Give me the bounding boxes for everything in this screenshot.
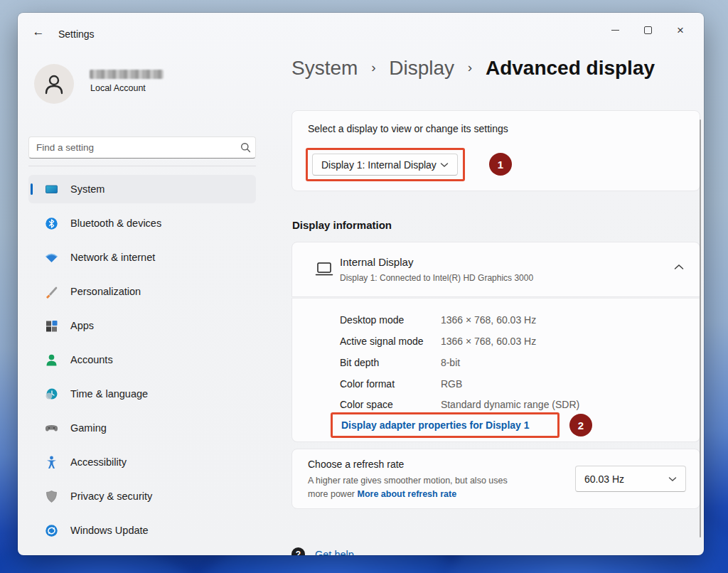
breadcrumb-separator: › [460, 60, 480, 75]
detail-value: 1366 × 768, 60.03 Hz [441, 336, 536, 347]
display-information-heading: Display information [292, 219, 392, 231]
help-icon: ? [291, 547, 305, 555]
accessibility-icon [44, 455, 59, 470]
close-button[interactable]: × [664, 18, 697, 41]
table-row: Desktop mode 1366 × 768, 60.03 Hz [340, 314, 536, 326]
detail-label: Bit depth [340, 357, 438, 368]
account-type-label: Local Account [90, 83, 146, 93]
select-display-card: Select a display to view or change its s… [291, 110, 700, 191]
device-subtitle: Display 1: Connected to Intel(R) HD Grap… [340, 273, 533, 283]
main-content: System › Display › Advanced display Sele… [291, 45, 702, 555]
display-select-dropdown[interactable]: Display 1: Internal Display [312, 154, 458, 176]
system-icon [44, 182, 59, 197]
sidebar-divider [28, 166, 256, 166]
table-row: Color format RGB [340, 378, 462, 390]
personalization-icon [44, 284, 59, 299]
sidebar-item-label: Privacy & security [70, 491, 152, 502]
sidebar-item-label: System [70, 183, 105, 195]
detail-label: Active signal mode [340, 336, 438, 347]
user-name-redacted [90, 70, 164, 79]
avatar [34, 64, 74, 104]
sidebar-item-label: Windows Update [70, 525, 149, 536]
sidebar-item-gaming[interactable]: Gaming [28, 414, 256, 442]
window-title: Settings [58, 28, 95, 40]
detail-label: Color space [340, 399, 438, 410]
display-adapter-properties-link[interactable]: Display adapter properties for Display 1 [341, 419, 530, 431]
sidebar-item-network-internet[interactable]: Network & internet [28, 243, 256, 272]
sidebar-item-windows-update[interactable]: Windows Update [28, 516, 256, 545]
breadcrumb: System › Display › Advanced display [291, 57, 655, 80]
detail-label: Desktop mode [340, 314, 438, 326]
search-box[interactable] [28, 136, 256, 159]
table-row: Bit depth 8-bit [340, 357, 460, 368]
sidebar-item-accessibility[interactable]: Accessibility [28, 448, 256, 476]
refresh-rate-card: Choose a refresh rate A higher rate give… [291, 449, 700, 509]
maximize-button[interactable] [631, 18, 664, 41]
sidebar-nav: System Bluetooth & devices Network & int… [28, 175, 257, 550]
refresh-rate-description-line2: more power [308, 489, 357, 499]
chevron-down-icon [440, 162, 449, 168]
device-name: Internal Display [340, 256, 413, 268]
person-icon [42, 72, 66, 96]
minimize-icon [611, 30, 619, 31]
shield-icon [44, 489, 59, 504]
annotation-badge-1: 1 [489, 153, 512, 176]
page-title: Advanced display [486, 57, 655, 79]
sidebar-item-bluetooth-devices[interactable]: Bluetooth & devices [28, 209, 256, 237]
breadcrumb-display[interactable]: Display [389, 57, 454, 79]
windows-update-icon [44, 523, 59, 538]
network-icon [44, 250, 59, 265]
refresh-rate-title: Choose a refresh rate [308, 459, 404, 470]
search-input[interactable] [29, 142, 235, 153]
display-information-details: Desktop mode 1366 × 768, 60.03 Hz Active… [291, 298, 700, 442]
accounts-icon [44, 353, 59, 368]
maximize-icon [644, 26, 652, 34]
display-information-header[interactable]: Internal Display Display 1: Connected to… [291, 242, 700, 297]
table-row: Color space Standard dynamic range (SDR) [340, 399, 579, 410]
sidebar-item-label: Accessibility [70, 456, 127, 468]
close-icon: × [677, 24, 684, 36]
refresh-rate-value: 60.03 Hz [584, 473, 624, 485]
apps-icon [44, 318, 59, 333]
sidebar-item-label: Gaming [70, 422, 107, 434]
breadcrumb-system[interactable]: System [291, 57, 358, 79]
sidebar-item-system[interactable]: System [28, 175, 256, 203]
sidebar-item-accounts[interactable]: Accounts [28, 346, 256, 374]
sidebar-item-label: Bluetooth & devices [70, 218, 161, 229]
chevron-up-icon[interactable] [674, 264, 684, 270]
annotation-badge-2: 2 [569, 414, 592, 437]
search-icon [235, 142, 255, 153]
detail-value: Standard dynamic range (SDR) [441, 399, 579, 410]
table-row: Active signal mode 1366 × 768, 60.03 Hz [340, 336, 536, 347]
more-about-refresh-rate-link[interactable]: More about refresh rate [357, 489, 456, 499]
minimize-button[interactable] [599, 18, 631, 41]
title-bar: ← Settings × [18, 13, 704, 45]
time-language-icon [44, 387, 59, 402]
sidebar-item-apps[interactable]: Apps [28, 311, 256, 340]
refresh-rate-dropdown[interactable]: 60.03 Hz [575, 466, 686, 492]
sidebar: Local Account System [28, 45, 257, 555]
sidebar-item-label: Personalization [70, 286, 141, 297]
detail-value: 8-bit [441, 357, 460, 368]
user-account-block[interactable]: Local Account [34, 64, 247, 107]
sidebar-item-privacy-security[interactable]: Privacy & security [28, 482, 256, 510]
monitor-icon [315, 261, 333, 278]
refresh-rate-description-line1: A higher rate gives smoother motion, but… [308, 476, 508, 486]
sidebar-item-personalization[interactable]: Personalization [28, 277, 256, 306]
gaming-icon [44, 421, 59, 436]
detail-label: Color format [340, 378, 438, 390]
breadcrumb-separator: › [363, 60, 383, 75]
refresh-rate-description: A higher rate gives smoother motion, but… [308, 474, 550, 501]
get-help-label: Get help [315, 549, 354, 556]
sidebar-item-label: Network & internet [70, 252, 155, 263]
chevron-down-icon [668, 476, 677, 482]
sidebar-item-time-language[interactable]: Time & language [28, 380, 256, 408]
sidebar-item-label: Time & language [70, 388, 148, 400]
get-help-link[interactable]: ? Get help [291, 547, 354, 555]
settings-window: ← Settings × Local Account [18, 13, 704, 555]
detail-value: RGB [441, 378, 462, 390]
vertical-scrollbar[interactable] [700, 119, 702, 537]
select-display-label: Select a display to view or change its s… [308, 123, 508, 134]
back-button[interactable]: ← [28, 24, 49, 41]
sidebar-item-label: Accounts [70, 354, 113, 365]
